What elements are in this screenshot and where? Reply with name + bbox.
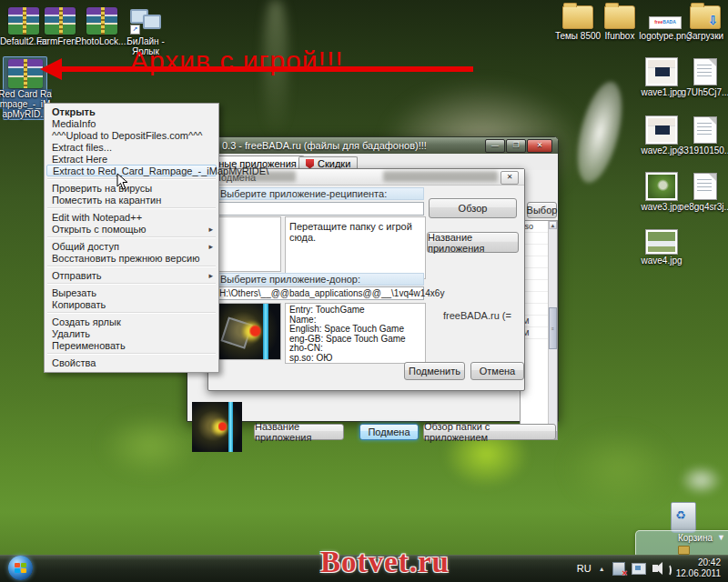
action-center-flag-icon[interactable]: [612, 562, 625, 576]
browse-button[interactable]: Обзор: [429, 198, 517, 218]
menu-item[interactable]: Удалить: [46, 327, 217, 339]
menu-separator: [47, 178, 216, 180]
network-status-icon[interactable]: [632, 563, 646, 575]
close-button[interactable]: ✕: [527, 139, 552, 153]
chevron-down-icon[interactable]: ▼: [717, 533, 725, 542]
submenu-arrow-icon: ▸: [208, 225, 213, 234]
desktop-icon-wave1[interactable]: wave1.jpg: [640, 58, 683, 97]
brand-note: freeBADA.ru (=: [443, 310, 511, 321]
icon-label: g7Uh5Cj7...: [682, 87, 728, 97]
donor-info-line: English: Space Touch Game: [289, 325, 421, 335]
menu-item[interactable]: Вырезать: [46, 286, 217, 298]
desktop-icon-themes-8500[interactable]: Темы 8500: [553, 5, 602, 41]
folder-download-icon: ⇩: [690, 5, 721, 29]
dialog-close-button[interactable]: ✕: [500, 171, 519, 185]
desktop-icon-logotype-png[interactable]: freeBADA logotype.png: [642, 16, 689, 41]
app-name-button[interactable]: Название приложения: [254, 424, 344, 440]
menu-item-label: Проверить на вирусы: [52, 183, 152, 194]
start-button[interactable]: [8, 556, 33, 580]
thumb-beam: [228, 402, 233, 452]
desktop-icon-wave2[interactable]: wave2.jpg: [640, 116, 683, 156]
menu-item-label: Копировать: [52, 299, 106, 310]
menu-item[interactable]: Поместить на карантин: [46, 194, 217, 206]
menu-item-label: Поместить на карантин: [52, 195, 161, 206]
donor-game-thumbnail: [216, 303, 281, 360]
volume-icon[interactable]: [652, 565, 658, 572]
cancel-button[interactable]: Отмена: [470, 362, 524, 380]
menu-item[interactable]: Открыть с помощью▸: [46, 223, 217, 235]
winrar-archive-icon: [86, 7, 117, 35]
winrar-archive-icon: [45, 7, 76, 35]
donor-info-box: Entry: TouchGame Name: English: Space To…: [285, 303, 426, 364]
icon-label: Ifunbox: [605, 31, 635, 41]
browse-app-folder-button[interactable]: Обзор папки с приложением: [423, 424, 556, 440]
logo-image-thumbnail: freeBADA: [649, 16, 682, 29]
show-hidden-icons-arrow[interactable]: ▲: [599, 566, 605, 572]
watermark: Botvet.ru: [320, 546, 450, 579]
swap-button[interactable]: Подмена: [359, 424, 419, 440]
menu-item[interactable]: Открыть: [46, 105, 217, 117]
desktop-icon-331910150[interactable]: 331910150...: [682, 116, 728, 156]
desktop-icon-wave3[interactable]: wave3.jpg: [640, 173, 683, 212]
recipient-drop-area[interactable]: Перетащите папку с игрой сюда.: [285, 216, 426, 279]
menu-item[interactable]: Восстановить прежнюю версию: [46, 252, 217, 264]
censored-blur: [383, 171, 498, 182]
vertical-scrollbar[interactable]: ▲ ≡ ▼: [548, 221, 557, 439]
language-indicator[interactable]: RU: [577, 563, 592, 574]
menu-item[interactable]: Свойства: [46, 356, 217, 368]
menu-item[interactable]: Проверить на вирусы: [46, 182, 217, 194]
tray-clock[interactable]: 20:42 12.06.2011: [676, 557, 721, 579]
menu-item[interactable]: Extract Here: [46, 153, 217, 165]
scrollbar-thumb[interactable]: ≡: [549, 307, 557, 349]
menu-item[interactable]: Extract files...: [46, 141, 217, 153]
menu-separator: [47, 207, 216, 209]
confirm-swap-button[interactable]: Подменить: [404, 362, 465, 380]
menu-separator: [47, 312, 216, 314]
recipient-icon-box: [216, 216, 281, 272]
text-file-icon: [693, 173, 717, 200]
menu-item[interactable]: Переименовать: [46, 339, 217, 351]
windows-flag-icon: [15, 568, 20, 573]
icon-label: wave1.jpg: [641, 87, 682, 97]
menu-item-label: Extract to Red_Card_Rampage_-_iMapMyRIDE…: [53, 166, 268, 176]
system-tray: RU ▲ 20:42 12.06.2011: [577, 555, 726, 582]
choose-button[interactable]: Выбор: [527, 202, 557, 218]
recycle-bin-icon[interactable]: [671, 502, 696, 533]
image-thumbnail: [646, 230, 677, 254]
menu-item[interactable]: MediaInfo: [46, 117, 217, 129]
desktop-icon-wave4[interactable]: wave4.jpg: [640, 230, 683, 266]
dialog-app-name-button[interactable]: Название приложения: [427, 232, 519, 253]
menu-item[interactable]: Общий доступ▸: [46, 240, 217, 252]
menu-item[interactable]: Edit with Notepad++: [46, 211, 217, 223]
icon-label-line2: mpage_-_iM: [0, 99, 50, 109]
desktop-icon-photolock[interactable]: PhotoLock....: [78, 7, 126, 46]
app-title-bar[interactable]: 0.3 - freeBADA.ru (файлы для бадафонов)!…: [187, 137, 558, 154]
submenu-arrow-icon: ▸: [208, 271, 213, 280]
sale-icon: [306, 159, 314, 169]
clock-date: 12.06.2011: [676, 568, 721, 578]
desktop-icon-oe8gq4sr3j[interactable]: oe8gq4sr3j...: [682, 173, 728, 212]
menu-item[interactable]: Отправить▸: [46, 269, 217, 281]
menu-item[interactable]: Копировать: [46, 298, 217, 310]
menu-item-label: Восстановить прежнюю версию: [52, 253, 199, 264]
menu-item[interactable]: Создать ярлык: [46, 316, 217, 327]
scroll-up-icon[interactable]: ▲: [549, 221, 557, 229]
desktop-icon-downloads[interactable]: ⇩ Загрузки: [684, 5, 726, 41]
menu-item-label: Отправить: [52, 270, 102, 281]
menu-item[interactable]: ^^^Upload to DepositFiles.com^^^: [46, 129, 217, 141]
donor-path-field[interactable]: H:\Others\__@@bada_applications@@__\1vq4…: [216, 286, 424, 300]
menu-item-label: Открыть с помощью: [52, 224, 147, 235]
app-list[interactable]: .so М М ▲ ≡ ▼: [520, 220, 558, 440]
menu-item[interactable]: Extract to Red_Card_Rampage_-_iMapMyRIDE…: [46, 165, 217, 176]
winrar-archive-icon: [8, 59, 43, 88]
desktop-icon-g7uh5cj7[interactable]: g7Uh5Cj7...: [682, 58, 728, 97]
recipient-path-field[interactable]: [216, 202, 424, 216]
icon-label: oe8gq4sr3j...: [679, 202, 728, 212]
icon-label: wave2.jpg: [641, 146, 682, 156]
menu-item-label: Переименовать: [52, 340, 126, 351]
menu-item-label: Extract Here: [52, 154, 107, 165]
desktop-icon-ifunbox[interactable]: Ifunbox: [599, 5, 641, 41]
minimize-button[interactable]: —: [485, 139, 505, 153]
maximize-button[interactable]: ❐: [506, 139, 526, 153]
background-grass-light-1: [100, 414, 200, 477]
